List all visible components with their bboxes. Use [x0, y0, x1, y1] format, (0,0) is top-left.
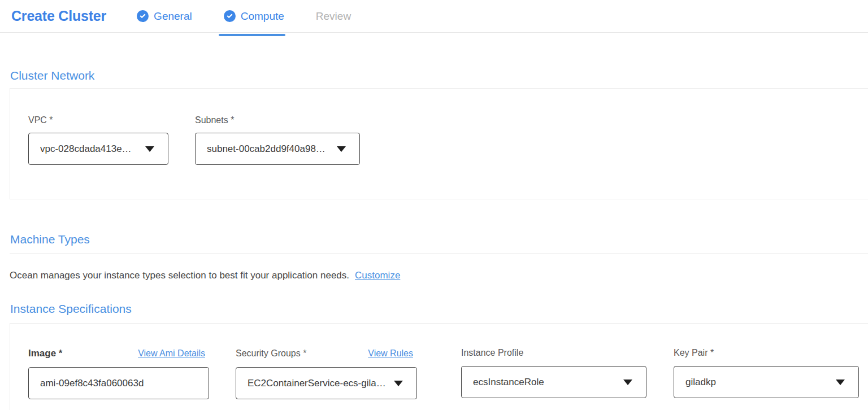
section-divider [10, 253, 868, 254]
tab-review[interactable]: Review [316, 0, 351, 32]
vpc-select[interactable]: vpc-028cdada413e… [28, 133, 168, 165]
wizard-tabs: General Compute Review [137, 0, 383, 32]
subnets-selected-value: subnet-00cab2dd9f40a988… [207, 143, 330, 155]
key-pair-field: Key Pair * giladkp [674, 347, 859, 398]
image-ami-input[interactable] [28, 367, 209, 399]
view-ami-details-link[interactable]: View Ami Details [138, 347, 205, 359]
security-groups-select[interactable]: EC2ContainerService-ecs-gilad… [236, 367, 417, 399]
vpc-field: VPC * vpc-028cdada413e… [28, 115, 168, 165]
machine-types-description: Ocean manages your instance types select… [10, 270, 868, 281]
key-pair-selected-value: giladkp [685, 377, 716, 388]
chevron-down-icon [337, 146, 346, 152]
tab-compute-label: Compute [241, 10, 284, 23]
section-heading-instance-specifications: Instance Specifications [10, 302, 868, 316]
section-heading-cluster-network: Cluster Network [10, 68, 868, 83]
image-field: Image * View Ami Details [28, 347, 209, 399]
vpc-selected-value: vpc-028cdada413e… [40, 143, 132, 155]
chevron-down-icon [394, 381, 403, 386]
tab-general[interactable]: General [137, 0, 192, 32]
instance-profile-selected-value: ecsInstanceRole [473, 377, 544, 388]
wizard-header: Create Cluster General Compute Review [0, 0, 868, 33]
instance-profile-field: Instance Profile ecsInstanceRole [461, 347, 646, 398]
section-heading-machine-types: Machine Types [10, 232, 868, 247]
view-rules-link[interactable]: View Rules [368, 347, 413, 359]
chevron-down-icon [836, 380, 845, 385]
customize-link[interactable]: Customize [355, 270, 400, 281]
cluster-network-panel: VPC * vpc-028cdada413e… Subnets * subnet… [10, 88, 868, 199]
security-groups-field: Security Groups * View Rules EC2Containe… [236, 347, 417, 399]
create-cluster-page: Create Cluster General Compute Review Cl… [0, 0, 868, 410]
vpc-label: VPC * [28, 115, 168, 125]
subnets-label: Subnets * [195, 115, 360, 125]
instance-specifications-panel: Image * View Ami Details Security Groups… [10, 323, 868, 410]
subnets-select[interactable]: subnet-00cab2dd9f40a988… [195, 133, 360, 165]
image-label: Image * [28, 348, 62, 359]
subnets-field: Subnets * subnet-00cab2dd9f40a988… [195, 115, 360, 165]
instance-profile-select[interactable]: ecsInstanceRole [461, 366, 646, 398]
check-circle-icon [137, 10, 149, 22]
tab-compute[interactable]: Compute [224, 0, 284, 32]
page-title: Create Cluster [11, 8, 106, 24]
key-pair-select[interactable]: giladkp [674, 366, 859, 398]
tab-general-label: General [154, 10, 192, 23]
tab-review-label: Review [316, 10, 351, 23]
check-circle-icon [224, 10, 236, 22]
machine-types-description-text: Ocean manages your instance types select… [10, 270, 349, 281]
security-groups-selected-value: EC2ContainerService-ecs-gilad… [248, 378, 387, 389]
chevron-down-icon [623, 380, 632, 385]
instance-profile-label: Instance Profile [461, 347, 523, 358]
chevron-down-icon [145, 146, 154, 152]
active-tab-underline [219, 34, 285, 36]
key-pair-label: Key Pair * [674, 347, 714, 358]
security-groups-label: Security Groups * [236, 348, 306, 359]
